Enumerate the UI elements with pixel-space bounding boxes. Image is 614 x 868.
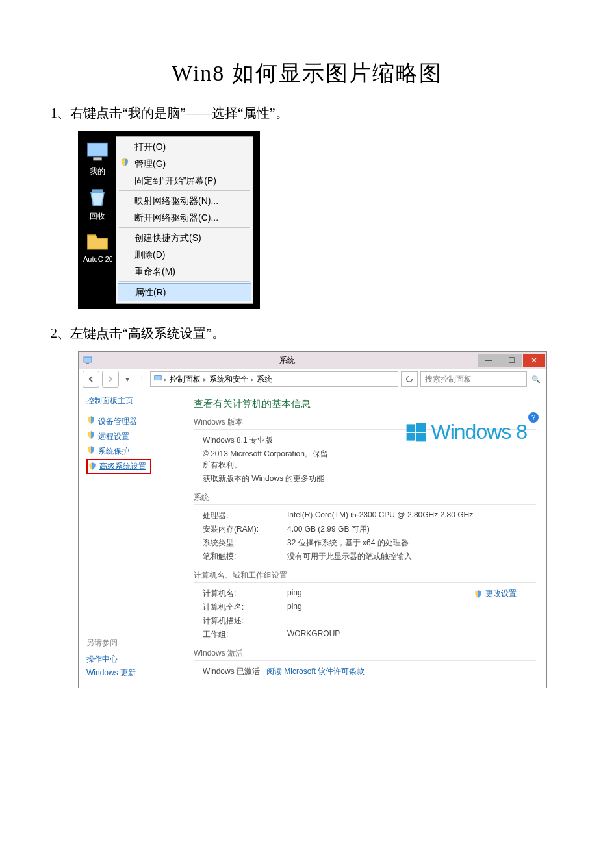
activation-row: Windows 已激活 阅读 Microsoft 软件许可条款: [194, 665, 536, 678]
control-panel-home-link[interactable]: 控制面板主页: [86, 395, 177, 406]
windows-logo-icon: [404, 421, 428, 444]
close-button[interactable]: ✕: [523, 354, 545, 367]
separator: [119, 281, 250, 282]
computer-description-row: 计算机描述:: [194, 614, 536, 628]
chevron-right-icon: ▸: [164, 376, 167, 383]
chevron-right-icon: ▸: [203, 376, 207, 383]
shield-icon: [86, 415, 96, 425]
nav-up-button[interactable]: ↑: [136, 371, 147, 387]
right-pane: 查看有关计算机的基本信息 Windows 8 Windows 版本 Window…: [183, 389, 546, 688]
shield-icon: [86, 445, 96, 454]
search-icon[interactable]: 🔍: [530, 375, 543, 384]
svg-rect-6: [406, 424, 415, 432]
folder-label: AutoC 20: [83, 256, 112, 263]
my-computer-icon: [84, 139, 110, 165]
svg-rect-4: [86, 363, 89, 364]
ctx-delete[interactable]: 删除(D): [116, 246, 253, 263]
window-titlebar: 系统 — ☐ ✕: [79, 352, 546, 369]
ctx-disconnect-drive[interactable]: 断开网络驱动器(C)...: [116, 209, 253, 226]
system-protection-link[interactable]: 系统保护: [86, 444, 177, 459]
get-more-features-link[interactable]: 获取新版本的 Windows 的更多功能: [203, 473, 333, 484]
context-menu: 打开(O) 管理(G) 固定到“开始”屏幕(P) 映射网络驱动器(N)... 断…: [116, 136, 253, 304]
svg-rect-9: [416, 432, 425, 441]
svg-rect-7: [416, 423, 425, 432]
shield-icon: [86, 430, 96, 440]
section-activation: Windows 激活: [194, 648, 536, 661]
chevron-right-icon: ▸: [251, 376, 254, 383]
svg-rect-1: [93, 157, 101, 160]
recycle-bin-icon: [84, 184, 110, 210]
svg-rect-3: [84, 357, 92, 362]
system-icon: [83, 355, 93, 366]
system-type-row: 系统类型:32 位操作系统，基于 x64 的处理器: [194, 536, 536, 550]
shield-icon: [88, 462, 97, 471]
svg-rect-5: [155, 375, 162, 380]
breadcrumb[interactable]: ▸ 控制面板 ▸ 系统和安全 ▸ 系统: [150, 371, 398, 387]
ctx-rename[interactable]: 重命名(M): [116, 263, 253, 280]
see-also-heading: 另请参阅: [86, 636, 136, 650]
nav-bar: ▾ ↑ ▸ 控制面板 ▸ 系统和安全 ▸ 系统 搜索控制面板 🔍: [79, 369, 546, 389]
separator: [119, 190, 250, 191]
action-center-link[interactable]: 操作中心: [86, 652, 136, 666]
svg-rect-0: [88, 143, 107, 156]
svg-rect-2: [92, 189, 103, 192]
cpu-row: 处理器:Intel(R) Core(TM) i5-2300 CPU @ 2.80…: [194, 509, 536, 523]
see-also-section: 另请参阅 操作中心 Windows 更新: [86, 636, 136, 680]
ctx-manage[interactable]: 管理(G): [116, 155, 253, 172]
license-terms-link[interactable]: 阅读 Microsoft 软件许可条款: [266, 667, 365, 676]
nav-forward-button[interactable]: [102, 371, 119, 388]
change-settings-link[interactable]: 更改设置: [474, 588, 517, 599]
step-2-text: 2、左键点击“高级系统设置”。: [51, 325, 563, 342]
nav-recent-button[interactable]: ▾: [122, 371, 133, 387]
ctx-open[interactable]: 打开(O): [116, 138, 253, 155]
section-system: 系统: [194, 492, 536, 505]
shield-icon: [474, 589, 483, 599]
recycle-bin-label: 回收: [83, 211, 112, 222]
ram-row: 安装内存(RAM):4.00 GB (2.99 GB 可用): [194, 523, 536, 536]
windows-brand-text: Windows 8: [431, 420, 528, 444]
page-title: Win8 如何显示图片缩略图: [51, 58, 563, 88]
maximize-button[interactable]: ☐: [500, 354, 522, 367]
my-computer-label: 我的: [83, 166, 112, 177]
windows-update-link[interactable]: Windows 更新: [86, 666, 136, 680]
ctx-pin-start[interactable]: 固定到“开始”屏幕(P): [116, 172, 253, 189]
refresh-button[interactable]: [401, 371, 418, 387]
screenshot-context-menu: 我的 回收 AutoC 20 打开(O) 管理(G) 固定到“开始”屏幕(P): [78, 131, 260, 309]
ctx-properties[interactable]: 属性(R): [118, 283, 251, 301]
breadcrumb-item[interactable]: 控制面板: [168, 374, 202, 385]
window-title: 系统: [97, 355, 478, 366]
workgroup-row: 工作组:WORKGROUP: [194, 628, 536, 641]
screenshot-system-panel: 系统 — ☐ ✕ ▾ ↑ ▸ 控制面板 ▸ 系统和: [78, 351, 547, 688]
breadcrumb-icon: [153, 374, 162, 385]
shield-icon: [120, 158, 129, 167]
separator: [119, 227, 250, 228]
copyright-text: © 2013 Microsoft Corporation。保留所有权利。: [203, 449, 333, 471]
ctx-create-shortcut[interactable]: 创建快捷方式(S): [116, 229, 253, 246]
search-input[interactable]: 搜索控制面板: [420, 371, 527, 387]
folder-icon: [84, 229, 110, 254]
section-computer-name: 计算机名、域和工作组设置: [194, 570, 536, 583]
remote-settings-link[interactable]: 远程设置: [86, 429, 177, 444]
advanced-system-settings-link[interactable]: 高级系统设置: [86, 459, 151, 474]
full-computer-name-row: 计算机全名:ping: [194, 601, 536, 614]
ctx-map-drive[interactable]: 映射网络驱动器(N)...: [116, 192, 253, 209]
svg-rect-8: [406, 432, 415, 440]
main-heading: 查看有关计算机的基本信息: [194, 398, 536, 410]
minimize-button[interactable]: —: [478, 354, 500, 367]
nav-back-button[interactable]: [83, 371, 99, 388]
step-1-text: 1、右键点击“我的是脑”——选择“属性”。: [51, 105, 563, 122]
pen-touch-row: 笔和触摸:没有可用于此显示器的笔或触控输入: [194, 550, 536, 564]
breadcrumb-item[interactable]: 系统: [255, 374, 274, 385]
left-pane: 控制面板主页 设备管理器 远程设置 系统保护 高级系统设置: [79, 389, 183, 688]
breadcrumb-item[interactable]: 系统和安全: [208, 374, 249, 385]
device-manager-link[interactable]: 设备管理器: [86, 414, 177, 429]
windows-brand: Windows 8: [404, 420, 528, 444]
